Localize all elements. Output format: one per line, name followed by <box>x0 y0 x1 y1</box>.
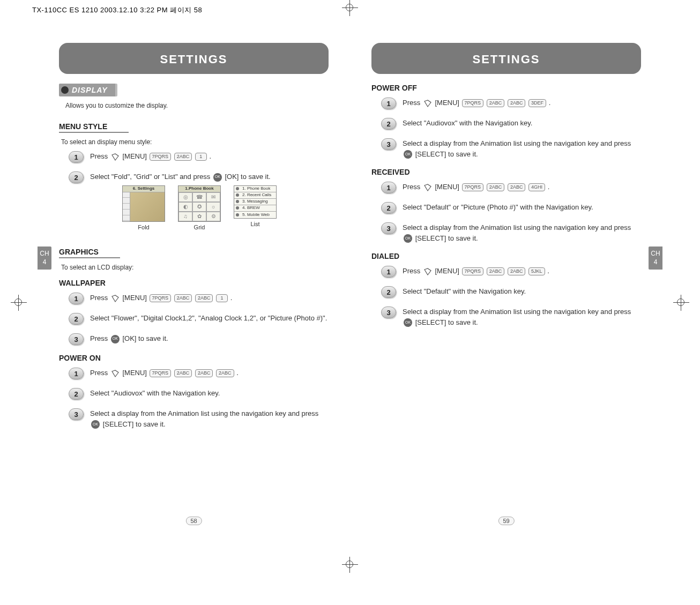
list-item: 5. Mobile Web <box>234 212 276 218</box>
menu-style-screenshots: 6. Settings Fold 1.Phone Book ◎ <box>122 185 329 232</box>
page-right: CH 4 SETTINGS POWER OFF 1 Press [MENU] 7… <box>350 16 662 531</box>
chapter-number: 4 <box>649 258 662 267</box>
step-text: Select "Default" or "Picture (Photo #)" … <box>403 202 641 213</box>
chapter-tab-left: CH 4 <box>38 247 51 270</box>
ok-button-icon: OK <box>404 234 412 243</box>
step-number-icon: 2 <box>69 171 84 183</box>
text: Select a display from the Animation list… <box>403 139 631 147</box>
crop-mark-left <box>11 295 27 311</box>
step-number-icon: 2 <box>69 313 84 325</box>
dialed-step-1: 1 Press [MENU] 7PQRS 2ABC 2ABC 5JKL . <box>381 266 641 278</box>
graphics-heading: GRAPHICS <box>59 248 120 258</box>
page-left: CH 4 SETTINGS DISPLAY Allows you to cust… <box>38 16 350 531</box>
text: [MENU] <box>435 267 461 275</box>
key-icon: 2ABC <box>174 153 192 161</box>
received-step-1: 1 Press [MENU] 7PQRS 2ABC 2ABC 4GHI . <box>381 182 641 193</box>
text: [SELECT] to save it. <box>415 234 478 242</box>
list-item: 3. Messaging <box>234 199 276 205</box>
text: [MENU] <box>122 369 148 377</box>
ok-button-icon: OK <box>213 173 222 182</box>
fold-preview <box>123 192 165 221</box>
text: [SELECT] to save it. <box>415 318 478 326</box>
grid-label: Grid <box>178 223 221 232</box>
softkey-icon <box>423 267 432 276</box>
power-on-step-2: 2 Select "Audiovox" with the Navigation … <box>69 388 329 400</box>
page-number-right: 59 <box>498 517 514 525</box>
received-heading: RECEIVED <box>371 168 641 176</box>
grid-preview: ◎☎✉ ◐✪☼ ♫✿⚙ <box>178 192 220 221</box>
key-icon: 1 <box>216 294 228 303</box>
text: Press <box>403 183 422 191</box>
step-number-icon: 2 <box>381 286 396 298</box>
key-icon: 2ABC <box>195 369 213 378</box>
graphics-desc: To select an LCD display: <box>61 264 329 271</box>
key-icon: 2ABC <box>508 267 526 276</box>
key-icon: 2ABC <box>487 267 505 276</box>
chapter-label: CH <box>38 250 51 258</box>
step-number-icon: 1 <box>69 293 84 304</box>
softkey-icon <box>423 183 432 192</box>
softkey-icon <box>423 99 432 108</box>
document-header-strip: TX-110CC ES 1210 2003.12.10 3:22 PM 페이지 … <box>32 5 202 15</box>
display-pill: DISPLAY <box>59 84 117 96</box>
text: Press <box>403 99 422 107</box>
step-text: Press [MENU] 7PQRS 2ABC 2ABC 4GHI . <box>403 182 641 192</box>
text: Select a display from the Animation list… <box>90 409 318 417</box>
page-number-left: 58 <box>185 517 202 525</box>
step-text: Select a display from the Animation list… <box>90 408 329 429</box>
text: [MENU] <box>435 183 461 191</box>
text: [OK] to save it. <box>122 334 168 342</box>
step-text: Select a display from the Animation list… <box>403 307 641 327</box>
wallpaper-step-1: 1 Press [MENU] 7PQRS 2ABC 2ABC 1 . <box>69 293 329 304</box>
received-step-3: 3 Select a display from the Animation li… <box>381 222 641 243</box>
list-item: 1. Phone Book <box>234 186 276 192</box>
ok-button-icon: OK <box>111 335 120 343</box>
step-text: Press [MENU] 7PQRS 2ABC 2ABC 1 . <box>90 293 329 303</box>
power-on-heading: POWER ON <box>59 354 329 362</box>
grid-header: 1.Phone Book <box>178 186 220 192</box>
step-number-icon: 1 <box>69 368 84 379</box>
key-icon: 2ABC <box>487 183 505 192</box>
key-icon: 2ABC <box>508 99 526 108</box>
list-item: 2. Recent Calls <box>234 192 276 199</box>
key-icon: 2ABC <box>216 369 234 378</box>
chapter-tab-right: CH 4 <box>649 247 662 270</box>
softkey-icon <box>111 294 120 303</box>
power-on-step-3: 3 Select a display from the Animation li… <box>69 408 329 429</box>
dialed-step-3: 3 Select a display from the Animation li… <box>381 307 641 327</box>
step-number-icon: 1 <box>69 151 84 163</box>
page-spread: CH 4 SETTINGS DISPLAY Allows you to cust… <box>38 16 662 531</box>
page-header-left: SETTINGS <box>59 43 329 74</box>
text: [MENU] <box>122 152 148 160</box>
ok-button-icon: OK <box>91 420 100 429</box>
list-item: 4. BREW <box>234 205 276 212</box>
key-icon: 7PQRS <box>150 153 172 161</box>
key-icon: 7PQRS <box>462 183 484 192</box>
menu-style-heading: MENU STYLE <box>59 122 129 133</box>
text: . <box>547 267 549 275</box>
step-text: Select a display from the Animation list… <box>403 222 641 243</box>
key-icon: 7PQRS <box>150 369 172 378</box>
fold-header: 6. Settings <box>123 186 165 192</box>
step-text: Select "Audiovox" with the Navigation ke… <box>90 388 329 399</box>
step-number-icon: 2 <box>381 118 396 130</box>
step-text: Press [MENU] 7PQRS 2ABC 2ABC 3DEF . <box>403 98 641 108</box>
dialed-step-2: 2 Select "Default" with the Navigation k… <box>381 286 641 298</box>
wallpaper-heading: WALLPAPER <box>59 279 329 287</box>
step-text: Select "Default" with the Navigation key… <box>403 286 641 297</box>
text: . <box>230 294 233 302</box>
key-icon: 3DEF <box>528 99 546 108</box>
step-number-icon: 3 <box>381 222 396 234</box>
step-number-icon: 1 <box>381 98 396 109</box>
step-number-icon: 1 <box>381 266 396 278</box>
key-icon: 4GHI <box>528 183 545 192</box>
text: . <box>549 99 551 107</box>
menu-style-step-1: 1 Press [MENU] 7PQRS 2ABC 1 . <box>69 151 329 163</box>
step-text: Press OK [OK] to save it. <box>90 333 329 344</box>
screenshot-list: 1. Phone Book 2. Recent Calls 3. Messagi… <box>234 185 277 232</box>
key-icon: 2ABC <box>174 369 192 378</box>
page-header-right: SETTINGS <box>371 43 641 74</box>
text: Press <box>90 152 110 160</box>
ok-button-icon: OK <box>404 150 412 159</box>
key-icon: 1 <box>195 153 207 161</box>
